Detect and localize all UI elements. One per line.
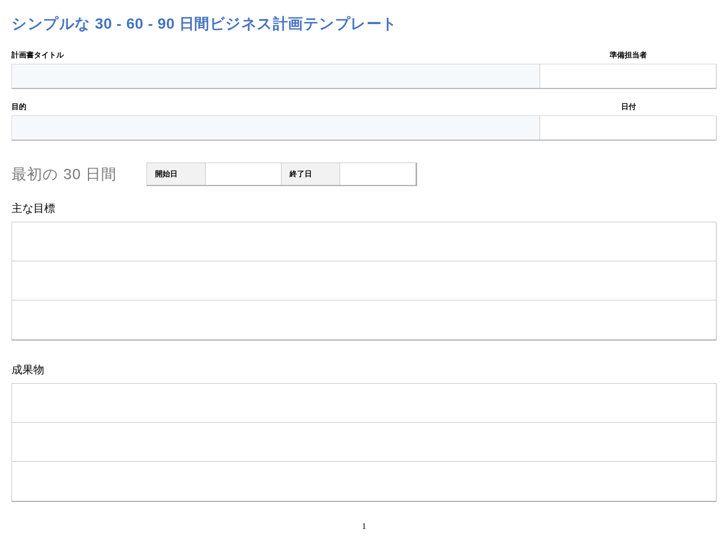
goals-table — [11, 222, 717, 341]
deliverable-row-3[interactable] — [12, 462, 716, 501]
input-date[interactable] — [540, 115, 717, 141]
label-purpose: 目的 — [11, 102, 540, 112]
deliverables-table — [11, 383, 717, 502]
label-prepared-by: 準備担当者 — [540, 50, 717, 60]
goal-row-2[interactable] — [12, 261, 716, 300]
section-head-row: 最初の 30 日間 開始日 終了日 — [11, 163, 717, 186]
section-title-first-30-days: 最初の 30 日間 — [11, 164, 117, 184]
input-plan-title[interactable] — [11, 64, 540, 89]
input-start-date[interactable] — [206, 163, 282, 185]
label-date: 日付 — [540, 102, 717, 112]
input-prepared-by[interactable] — [540, 64, 717, 89]
header-row-purpose: 目的 日付 — [11, 102, 717, 141]
page-title: シンプルな 30 - 60 - 90 日間ビジネス計画テンプレート — [11, 14, 717, 34]
label-end-date: 終了日 — [282, 163, 340, 185]
label-start-date: 開始日 — [147, 163, 206, 185]
deliverable-row-2[interactable] — [12, 423, 716, 462]
heading-main-goals: 主な目標 — [11, 201, 717, 216]
heading-deliverables: 成果物 — [11, 362, 717, 377]
deliverable-row-1[interactable] — [12, 384, 716, 423]
goal-row-3[interactable] — [12, 300, 716, 339]
goal-row-1[interactable] — [12, 222, 716, 261]
input-purpose[interactable] — [11, 115, 540, 141]
page-number: 1 — [11, 522, 717, 531]
date-range-table: 開始日 終了日 — [147, 163, 417, 186]
input-end-date[interactable] — [340, 163, 416, 185]
header-row-title: 計画書タイトル 準備担当者 — [11, 50, 717, 89]
label-plan-title: 計画書タイトル — [11, 50, 540, 60]
